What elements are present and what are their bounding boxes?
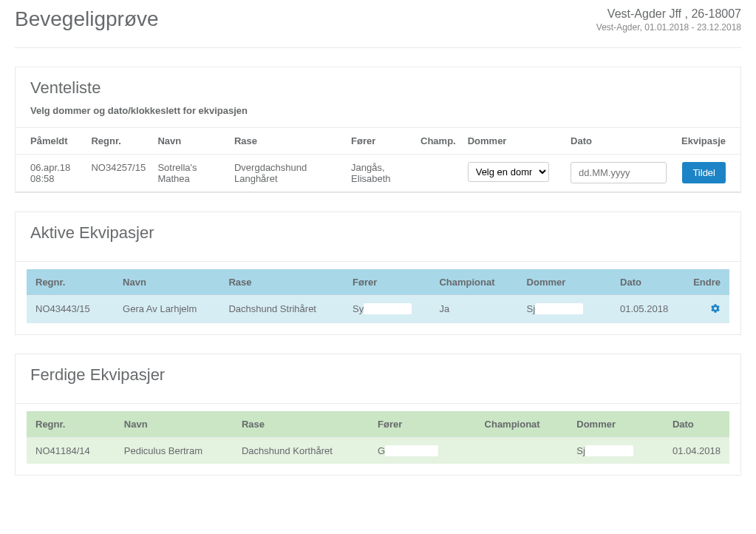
- cell-dato: 01.04.2018: [664, 438, 729, 464]
- cell-dato: [565, 155, 675, 192]
- ferdige-header: Ferdige Ekvipasjer: [16, 354, 740, 404]
- cell-champ: [476, 438, 568, 464]
- col-regnr: Regnr.: [27, 411, 115, 438]
- table-row: NO41184/14 Pediculus Bertram Dachshund K…: [27, 438, 729, 464]
- cell-regnr: NO34257/15: [85, 155, 151, 192]
- col-rase: Rase: [228, 128, 345, 155]
- cell-endre: [684, 296, 729, 324]
- table-row: NO43443/15 Gera Av Larhjelm Dachshund St…: [27, 296, 729, 324]
- venteliste-subtitle: Velg dommer og dato/klokkeslett for ekvi…: [30, 105, 726, 116]
- ferdige-title: Ferdige Ekvipasjer: [30, 365, 726, 385]
- col-dommer: Dommer: [462, 128, 565, 155]
- page-title: Bevegeligprøve: [15, 7, 159, 31]
- venteliste-panel: Venteliste Velg dommer og dato/klokkesle…: [15, 67, 741, 193]
- page-header: Bevegeligprøve Vest-Agder Jff , 26-18007…: [15, 0, 741, 48]
- dommer-select[interactable]: Velg en dommer: [468, 162, 549, 182]
- cell-regnr: NO41184/14: [27, 438, 115, 464]
- cell-rase: Dvergdachshund Langhåret: [228, 155, 345, 192]
- dato-input[interactable]: [571, 162, 667, 183]
- col-forer: Fører: [345, 128, 415, 155]
- col-rase: Rase: [233, 411, 369, 438]
- cell-rase: Dachshund Strihåret: [219, 296, 344, 324]
- venteliste-header: Venteliste Velg dommer og dato/klokkesle…: [16, 67, 740, 128]
- col-pameldt: Påmeldt: [16, 128, 85, 155]
- cell-dato: 01.05.2018: [611, 296, 684, 324]
- date-range: Vest-Agder, 01.01.2018 - 23.12.2018: [596, 22, 741, 33]
- cell-ekvipasje: Tildel: [675, 155, 740, 192]
- cell-navn: Sotrella's Mathea: [151, 155, 228, 192]
- col-champ: Championat: [430, 269, 517, 296]
- cell-navn: Gera Av Larhjelm: [114, 296, 219, 324]
- col-endre: Endre: [684, 269, 729, 296]
- col-dommer: Dommer: [518, 269, 611, 296]
- col-forer: Fører: [369, 411, 476, 438]
- col-regnr: Regnr.: [85, 128, 151, 155]
- col-ekvipasje: Ekvipasje: [675, 128, 740, 155]
- col-rase: Rase: [219, 269, 344, 296]
- col-navn: Navn: [114, 269, 219, 296]
- cell-pameldt: 06.apr.18 08:58: [16, 155, 85, 192]
- col-dato: Dato: [611, 269, 684, 296]
- col-forer: Fører: [344, 269, 430, 296]
- col-champ: Championat: [476, 411, 568, 438]
- col-dommer: Dommer: [568, 411, 664, 438]
- cell-dommer: Sjxxxxxxxxxx: [568, 438, 664, 464]
- gear-icon[interactable]: [710, 304, 721, 316]
- col-dato: Dato: [565, 128, 675, 155]
- cell-champ: Ja: [430, 296, 517, 324]
- col-navn: Navn: [115, 411, 233, 438]
- tildel-button[interactable]: Tildel: [682, 162, 726, 183]
- cell-dommer: Velg en dommer: [462, 155, 565, 192]
- col-champ: Champ.: [415, 128, 462, 155]
- aktive-panel: Aktive Ekvipasjer Regnr. Navn Rase Fører…: [15, 212, 741, 335]
- col-navn: Navn: [151, 128, 228, 155]
- cell-forer: Gxxxxxxxxxxx: [369, 438, 476, 464]
- aktive-header: Aktive Ekvipasjer: [16, 212, 740, 262]
- venteliste-table: Påmeldt Regnr. Navn Rase Fører Champ. Do…: [16, 128, 740, 192]
- ferdige-table: Regnr. Navn Rase Fører Championat Dommer…: [27, 411, 729, 464]
- col-regnr: Regnr.: [27, 269, 114, 296]
- header-meta: Vest-Agder Jff , 26-18007 Vest-Agder, 01…: [596, 7, 741, 33]
- cell-rase: Dachshund Korthåret: [233, 438, 369, 464]
- aktive-table: Regnr. Navn Rase Fører Championat Dommer…: [27, 269, 729, 323]
- org-label: Vest-Agder Jff , 26-18007: [596, 7, 741, 21]
- ferdige-panel: Ferdige Ekvipasjer Regnr. Navn Rase Føre…: [15, 354, 741, 476]
- cell-regnr: NO43443/15: [27, 296, 114, 324]
- table-row: 06.apr.18 08:58 NO34257/15 Sotrella's Ma…: [16, 155, 740, 192]
- col-dato: Dato: [664, 411, 729, 438]
- cell-forer: Jangås, Elisabeth: [345, 155, 415, 192]
- venteliste-title: Venteliste: [30, 78, 726, 98]
- cell-forer: Syxxxxxxxxxx: [344, 296, 430, 324]
- cell-champ: [415, 155, 462, 192]
- cell-dommer: Sjxxxxxxxxxx: [518, 296, 611, 324]
- cell-navn: Pediculus Bertram: [115, 438, 233, 464]
- aktive-title: Aktive Ekvipasjer: [30, 223, 726, 243]
